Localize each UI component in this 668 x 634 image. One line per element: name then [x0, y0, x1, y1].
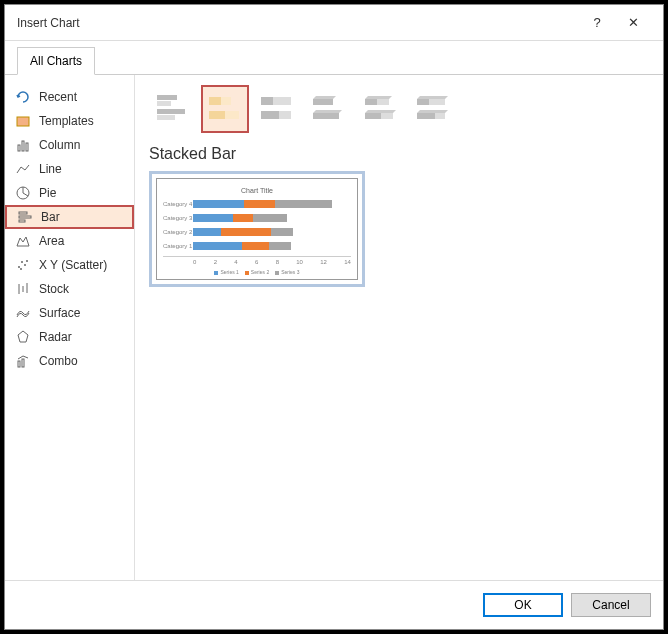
- sidebar-item-area[interactable]: Area: [5, 229, 134, 253]
- chart-legend: Series 1 Series 2 Series 3: [163, 269, 351, 275]
- sidebar-item-recent[interactable]: Recent: [5, 85, 134, 109]
- svg-rect-18: [157, 95, 177, 100]
- close-button[interactable]: ✕: [615, 8, 651, 38]
- sidebar-item-pie[interactable]: Pie: [5, 181, 134, 205]
- axis-tick: 12: [320, 259, 327, 265]
- svg-rect-26: [261, 97, 273, 105]
- svg-rect-32: [365, 99, 377, 105]
- sidebar-item-label: Area: [39, 234, 64, 248]
- chart-bar-row: Category 2: [163, 228, 351, 236]
- svg-rect-36: [417, 99, 429, 105]
- svg-rect-30: [313, 99, 333, 105]
- sidebar-item-label: Combo: [39, 354, 78, 368]
- bar-segment: [271, 228, 294, 236]
- svg-rect-31: [313, 113, 339, 119]
- sidebar-item-stock[interactable]: Stock: [5, 277, 134, 301]
- sidebar-item-radar[interactable]: Radar: [5, 325, 134, 349]
- sidebar-item-label: Column: [39, 138, 80, 152]
- sidebar-item-label: Bar: [41, 210, 60, 224]
- category-label: Category 3: [163, 215, 193, 221]
- axis-tick: 4: [234, 259, 237, 265]
- bar-icon: [17, 209, 33, 225]
- bar-segment: [233, 214, 253, 222]
- svg-rect-33: [377, 99, 389, 105]
- bar-track: [193, 242, 351, 250]
- subtype-stacked-bar[interactable]: [201, 85, 249, 133]
- axis-tick: 14: [344, 259, 351, 265]
- svg-rect-28: [261, 111, 279, 119]
- sidebar-item-bar[interactable]: Bar: [5, 205, 134, 229]
- subtype-stacked-bar-100[interactable]: [253, 85, 301, 133]
- sidebar-item-label: Radar: [39, 330, 72, 344]
- recent-icon: [15, 89, 31, 105]
- svg-rect-35: [381, 113, 393, 119]
- dialog-footer: OK Cancel: [5, 580, 663, 629]
- svg-rect-3: [26, 143, 28, 151]
- category-label: Category 1: [163, 243, 193, 249]
- bar-segment: [275, 200, 331, 208]
- axis-tick: 10: [296, 259, 303, 265]
- sidebar-item-label: Templates: [39, 114, 94, 128]
- svg-rect-5: [19, 212, 27, 214]
- axis-tick: 0: [193, 259, 196, 265]
- svg-rect-27: [273, 97, 291, 105]
- pie-icon: [15, 185, 31, 201]
- svg-point-11: [26, 260, 28, 262]
- svg-rect-6: [19, 216, 31, 218]
- chart-bar-row: Category 4: [163, 200, 351, 208]
- sidebar-item-templates[interactable]: Templates: [5, 109, 134, 133]
- bar-segment: [269, 242, 292, 250]
- sidebar-item-label: Pie: [39, 186, 56, 200]
- bar-segment: [244, 200, 276, 208]
- sidebar-item-surface[interactable]: Surface: [5, 301, 134, 325]
- bar-segment: [193, 214, 233, 222]
- axis-tick: 8: [276, 259, 279, 265]
- chart-axis: 02468101214: [163, 256, 351, 265]
- sidebar-item-label: Recent: [39, 90, 77, 104]
- sidebar-item-line[interactable]: Line: [5, 157, 134, 181]
- svg-rect-37: [429, 99, 445, 105]
- svg-rect-21: [157, 115, 175, 120]
- dialog-body: Recent Templates Column Line: [5, 75, 663, 580]
- svg-rect-24: [209, 111, 225, 119]
- subtype-clustered-bar-3d[interactable]: [305, 85, 353, 133]
- svg-rect-39: [435, 113, 445, 119]
- combo-icon: [15, 353, 31, 369]
- svg-rect-0: [17, 117, 29, 126]
- svg-rect-20: [157, 109, 185, 114]
- sidebar-item-combo[interactable]: Combo: [5, 349, 134, 373]
- help-button[interactable]: ?: [579, 8, 615, 38]
- chart-preview[interactable]: Chart Title Category 4Category 3Category…: [149, 171, 365, 287]
- radar-icon: [15, 329, 31, 345]
- svg-rect-16: [18, 361, 20, 367]
- insert-chart-dialog: Insert Chart ? ✕ All Charts Recent Templ…: [4, 4, 664, 630]
- subtype-strip: [149, 85, 649, 133]
- sidebar-item-scatter[interactable]: X Y (Scatter): [5, 253, 134, 277]
- svg-rect-25: [225, 111, 239, 119]
- bar-segment: [221, 228, 271, 236]
- chart-bar-row: Category 1: [163, 242, 351, 250]
- svg-rect-22: [209, 97, 221, 105]
- svg-rect-23: [221, 97, 231, 105]
- axis-tick: 6: [255, 259, 258, 265]
- stock-icon: [15, 281, 31, 297]
- templates-icon: [15, 113, 31, 129]
- svg-rect-2: [22, 141, 24, 151]
- sidebar-item-label: Stock: [39, 282, 69, 296]
- surface-icon: [15, 305, 31, 321]
- line-icon: [15, 161, 31, 177]
- sidebar-item-label: Line: [39, 162, 62, 176]
- subtype-label: Stacked Bar: [149, 145, 649, 163]
- cancel-button[interactable]: Cancel: [571, 593, 651, 617]
- ok-button[interactable]: OK: [483, 593, 563, 617]
- category-label: Category 2: [163, 229, 193, 235]
- chart-title: Chart Title: [163, 187, 351, 194]
- main-panel: Stacked Bar Chart Title Category 4Catego…: [135, 75, 663, 580]
- tab-strip: All Charts: [5, 41, 663, 75]
- subtype-clustered-bar[interactable]: [149, 85, 197, 133]
- tab-all-charts[interactable]: All Charts: [17, 47, 95, 75]
- svg-point-9: [21, 261, 23, 263]
- subtype-stacked-bar-100-3d[interactable]: [409, 85, 457, 133]
- subtype-stacked-bar-3d[interactable]: [357, 85, 405, 133]
- sidebar-item-column[interactable]: Column: [5, 133, 134, 157]
